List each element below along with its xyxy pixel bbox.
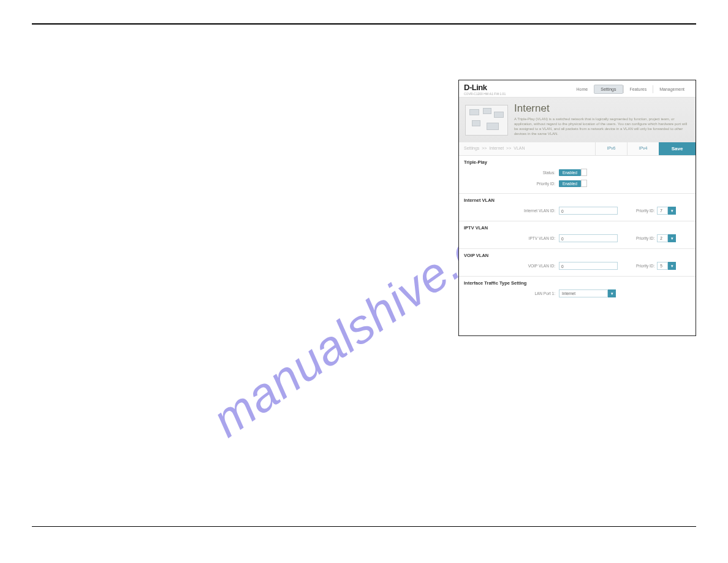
nav-features[interactable]: Features: [623, 85, 653, 93]
breadcrumb: Settings >> Internet >> VLAN: [459, 142, 595, 155]
toggle-priority-value: Enabled: [559, 180, 581, 187]
label-iptv-vlan-priority: Priority ID:: [636, 236, 657, 240]
input-voip-vlan-id[interactable]: 0: [559, 262, 618, 270]
nav-management[interactable]: Management: [653, 85, 691, 93]
label-internet-vlan-id: Internet VLAN ID:: [464, 209, 559, 213]
row-voip-vlan-id: VOIP VLAN ID: 0 Priority ID: 5 ▾: [464, 262, 691, 270]
row-lan-port-1: LAN Port 1: Internet ▾: [464, 289, 691, 297]
label-iptv-vlan-id: IPTV VLAN ID:: [464, 236, 559, 240]
brand-model: COVR-C1200 HW:A1 FW:1.01: [464, 92, 506, 96]
main-nav: Home Settings Features Management: [571, 85, 691, 94]
toggle-status[interactable]: Enabled: [559, 169, 587, 176]
save-button[interactable]: Save: [659, 142, 696, 155]
hero-banner: Internet A Triple-Play (VLAN) is a switc…: [459, 98, 696, 142]
hero-description: A Triple-Play (VLAN) is a switched netwo…: [514, 117, 689, 136]
section-triple-play: Triple-Play Status: Enabled Priority ID:…: [459, 156, 696, 194]
select-iptv-vlan-priority[interactable]: 2 ▾: [657, 234, 676, 242]
chevron-down-icon: ▾: [668, 234, 676, 242]
section-title-voip-vlan: VOIP VLAN: [464, 253, 691, 258]
toggle-status-value: Enabled: [559, 169, 581, 176]
brand-logo: D-Link: [464, 83, 506, 92]
section-voip-vlan: VOIP VLAN VOIP VLAN ID: 0 Priority ID: 5…: [459, 249, 696, 277]
brand-block: D-Link COVR-C1200 HW:A1 FW:1.01: [464, 83, 506, 96]
breadcrumb-sep: >>: [505, 146, 512, 150]
section-title-triple-play: Triple-Play: [464, 159, 691, 165]
breadcrumb-sep: >>: [480, 146, 488, 150]
row-iptv-vlan-id: IPTV VLAN ID: 0 Priority ID: 2 ▾: [464, 234, 691, 242]
breadcrumb-settings[interactable]: Settings: [464, 146, 479, 150]
topbar: D-Link COVR-C1200 HW:A1 FW:1.01 Home Set…: [459, 80, 696, 98]
hero-diagram-icon: [465, 105, 508, 136]
row-priority-id: Priority ID: Enabled: [464, 180, 691, 187]
chevron-down-icon: ▾: [668, 262, 676, 270]
row-internet-vlan-id: Internet VLAN ID: 0 Priority ID: 7 ▾: [464, 207, 691, 215]
section-interface-traffic: Interface Traffic Type Setting LAN Port …: [459, 277, 696, 304]
nav-settings[interactable]: Settings: [594, 85, 623, 94]
page-rule-bottom: [32, 526, 696, 527]
breadcrumb-vlan: VLAN: [514, 146, 525, 150]
tab-ipv6[interactable]: IPv6: [595, 142, 627, 155]
select-iptv-vlan-priority-value: 2: [657, 234, 668, 242]
tab-ipv4[interactable]: IPv4: [627, 142, 659, 155]
label-internet-vlan-priority: Priority ID:: [636, 209, 657, 213]
select-lan-port-1[interactable]: Internet ▾: [559, 289, 616, 297]
toggle-knob-icon: [581, 180, 587, 187]
section-iptv-vlan: IPTV VLAN IPTV VLAN ID: 0 Priority ID: 2…: [459, 221, 696, 249]
section-title-interface-traffic: Interface Traffic Type Setting: [464, 280, 691, 286]
select-internet-vlan-priority-value: 7: [657, 207, 668, 215]
chevron-down-icon: ▾: [668, 207, 676, 215]
sub-toolbar: Settings >> Internet >> VLAN IPv6 IPv4 S…: [459, 142, 696, 156]
section-internet-vlan: Internet VLAN Internet VLAN ID: 0 Priori…: [459, 194, 696, 221]
breadcrumb-internet[interactable]: Internet: [489, 146, 504, 150]
chevron-down-icon: ▾: [608, 289, 616, 297]
row-status: Status: Enabled: [464, 169, 691, 176]
nav-home[interactable]: Home: [571, 85, 594, 93]
label-priority-id: Priority ID:: [464, 182, 559, 186]
select-internet-vlan-priority[interactable]: 7 ▾: [657, 207, 676, 215]
section-title-iptv-vlan: IPTV VLAN: [464, 225, 691, 231]
input-internet-vlan-id[interactable]: 0: [559, 207, 618, 215]
select-voip-vlan-priority[interactable]: 5 ▾: [657, 262, 676, 270]
section-title-internet-vlan: Internet VLAN: [464, 197, 691, 203]
label-voip-vlan-priority: Priority ID:: [636, 264, 657, 268]
label-lan-port-1: LAN Port 1:: [464, 291, 559, 296]
page-rule-top: [32, 23, 696, 25]
select-lan-port-1-value: Internet: [559, 289, 608, 297]
input-iptv-vlan-id[interactable]: 0: [559, 234, 618, 242]
label-status: Status:: [464, 170, 559, 175]
router-admin-screenshot: D-Link COVR-C1200 HW:A1 FW:1.01 Home Set…: [458, 80, 696, 336]
toggle-knob-icon: [581, 169, 587, 176]
toggle-priority-id[interactable]: Enabled: [559, 180, 587, 187]
select-voip-vlan-priority-value: 5: [657, 262, 668, 270]
hero-title: Internet: [514, 102, 689, 115]
label-voip-vlan-id: VOIP VLAN ID:: [464, 264, 559, 268]
